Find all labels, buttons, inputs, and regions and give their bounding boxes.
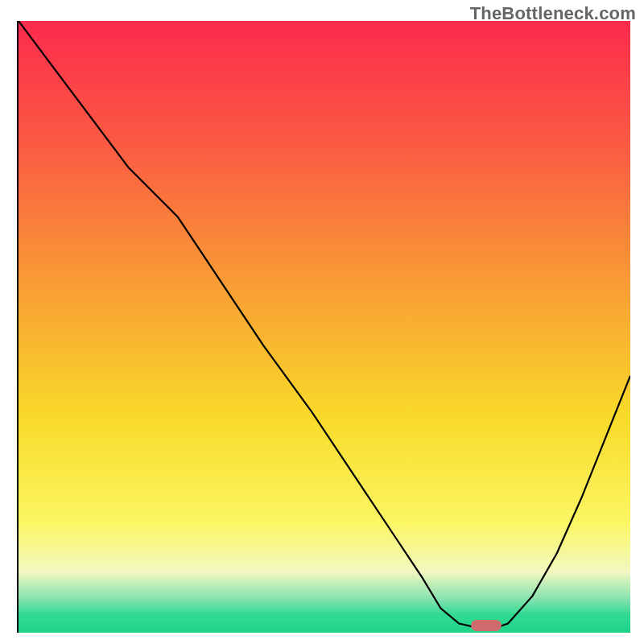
chart-background bbox=[19, 21, 630, 633]
optimal-marker bbox=[471, 620, 502, 631]
chart-svg bbox=[19, 21, 630, 633]
plot-area bbox=[17, 21, 629, 633]
chart-frame: TheBottleneck.com bbox=[0, 0, 644, 644]
